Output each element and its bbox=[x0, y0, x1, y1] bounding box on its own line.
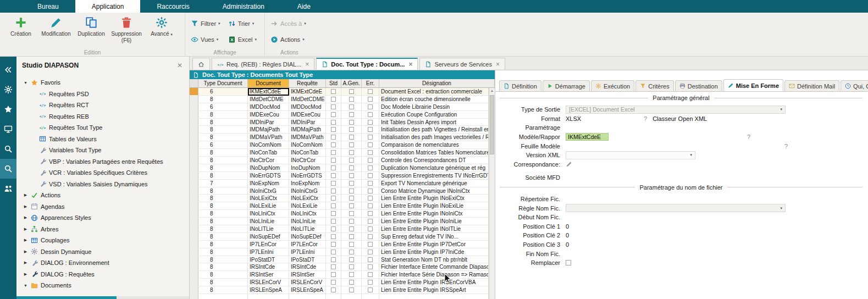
activity-collapse[interactable] bbox=[0, 60, 16, 80]
agen-checkbox[interactable] bbox=[349, 219, 354, 224]
tab-destination[interactable]: Destination bbox=[675, 80, 722, 91]
table-row[interactable]: 6IMDDocModIMDDocModDoc Modele Librairie … bbox=[190, 103, 489, 111]
tree-item-requetes-psd[interactable]: </>Requêtes PSD bbox=[16, 88, 189, 100]
tree-item-favoris[interactable]: ▼Favoris bbox=[16, 77, 189, 88]
table-row[interactable]: 8IMDIniParIMDIniParInit Tables Dessin Ap… bbox=[190, 119, 489, 126]
row-selector[interactable] bbox=[190, 164, 198, 172]
tree-item-vcr-variables-specifiques-criteres[interactable]: VCR : Variables Spécifiques Critères bbox=[16, 167, 189, 179]
agen-checkbox[interactable] bbox=[349, 257, 354, 262]
row-selector[interactable] bbox=[190, 210, 198, 218]
tree-item-agendas[interactable]: ▶Agendas bbox=[16, 201, 189, 213]
tab-criteres[interactable]: Critères bbox=[635, 80, 674, 91]
tab-execution[interactable]: Exécution bbox=[591, 80, 634, 91]
std-checkbox[interactable] bbox=[331, 97, 336, 102]
column-header-std[interactable]: Std bbox=[326, 79, 341, 87]
cell-document[interactable]: INoLExiLie bbox=[248, 202, 289, 210]
agen-checkbox[interactable] bbox=[349, 272, 354, 277]
err-checkbox[interactable] bbox=[368, 211, 373, 216]
activity-users[interactable] bbox=[0, 179, 16, 198]
err-checkbox[interactable] bbox=[368, 150, 373, 155]
cell-document[interactable]: INoIniCtxG bbox=[248, 187, 289, 195]
err-checkbox[interactable] bbox=[368, 165, 373, 170]
table-row[interactable]: 8INoLITLieINoLITLieLien Entre Entite Plu… bbox=[190, 225, 489, 233]
err-checkbox[interactable] bbox=[368, 203, 373, 208]
agen-checkbox[interactable] bbox=[349, 97, 354, 102]
table-row[interactable]: 8IMDMajPathIMDMajPathInitialisation des … bbox=[190, 126, 489, 134]
tab-req-reb[interactable]: </>Req. (REB) : Règles DIAL...× bbox=[212, 58, 314, 70]
agen-checkbox[interactable] bbox=[349, 250, 354, 254]
chevron-right-icon[interactable]: ▶ bbox=[23, 238, 28, 242]
table-row[interactable]: 8IMDExeCouIMDExeCouExécution Coupe Confi… bbox=[190, 111, 489, 119]
row-selector[interactable] bbox=[190, 256, 198, 264]
toolbar-modification-button[interactable]: Modification bbox=[38, 14, 74, 43]
tree-item-dialog-requetes[interactable]: ▶DIALOG : Requêtes bbox=[16, 269, 189, 280]
row-selector[interactable] bbox=[190, 172, 198, 180]
chevron-down-icon[interactable]: ▼ bbox=[23, 284, 28, 287]
row-selector[interactable] bbox=[190, 294, 198, 299]
cell-document[interactable]: IRSLEnSpeA bbox=[248, 286, 289, 294]
table-row[interactable]: 7INoExpNomInoExpNomExport TV Nomenclatur… bbox=[190, 180, 489, 187]
row-selector[interactable] bbox=[190, 225, 198, 233]
err-checkbox[interactable] bbox=[368, 127, 373, 132]
std-checkbox[interactable] bbox=[331, 203, 336, 208]
chevron-right-icon[interactable]: ▶ bbox=[23, 215, 28, 220]
table-row[interactable]: 8IRSLEnSpeAIRSLEnSpeALien Entre Entite P… bbox=[190, 286, 489, 294]
chevron-right-icon[interactable]: ▶ bbox=[23, 204, 28, 209]
help-icon[interactable]: ? bbox=[644, 115, 647, 122]
menu-actions-dropdown[interactable]: Actions▾ bbox=[268, 35, 308, 45]
err-checkbox[interactable] bbox=[368, 264, 373, 269]
err-checkbox[interactable] bbox=[368, 97, 373, 102]
menu-bureau[interactable]: Bureau bbox=[21, 0, 75, 13]
menu-filtrer-dropdown[interactable]: Filtrer▾ bbox=[189, 19, 223, 29]
menu-trier-dropdown[interactable]: Trier▾ bbox=[226, 19, 259, 29]
tab-home[interactable] bbox=[192, 58, 210, 70]
cell-document[interactable]: IPoStatDT bbox=[248, 256, 289, 264]
err-checkbox[interactable] bbox=[368, 120, 373, 125]
menu-aide[interactable]: Aide bbox=[281, 0, 327, 13]
sidebar-close-icon[interactable]: ✕ bbox=[177, 62, 183, 69]
column-header-requete[interactable]: Requête bbox=[289, 79, 326, 87]
column-header-designation[interactable]: Désignation bbox=[379, 79, 495, 87]
table-row[interactable]: 8INoLIniLieINoLIniLieLien Entre Entite P… bbox=[190, 218, 489, 225]
std-checkbox[interactable] bbox=[331, 112, 336, 117]
row-selector[interactable] bbox=[190, 103, 198, 111]
cell-document[interactable]: IRSLEnCorV bbox=[248, 279, 289, 286]
tree-item-couplages[interactable]: ▶Couplages bbox=[16, 235, 189, 246]
cell-document[interactable]: IMdDetCDME bbox=[248, 96, 289, 103]
scroll-thumb[interactable] bbox=[490, 95, 494, 154]
activity-explorer[interactable] bbox=[0, 159, 16, 179]
agen-checkbox[interactable] bbox=[349, 196, 354, 201]
agen-checkbox[interactable] bbox=[349, 127, 354, 132]
table-row[interactable]: 8IMdDetCDMEIMdDetCDMEEdition écran couch… bbox=[190, 96, 489, 103]
err-checkbox[interactable] bbox=[368, 135, 373, 140]
scroll-up-icon[interactable]: ▲ bbox=[489, 88, 495, 94]
agen-checkbox[interactable] bbox=[349, 189, 354, 193]
row-selector[interactable] bbox=[190, 241, 198, 248]
err-checkbox[interactable] bbox=[368, 280, 373, 285]
table-row[interactable]: 6IKMExtCdeEIKMExtCdeEDocument Excel : ex… bbox=[190, 88, 489, 96]
cell-document[interactable]: INoErrGDTS bbox=[248, 172, 289, 180]
column-header-type-document[interactable]: Type Document bbox=[198, 79, 248, 87]
toolbar-duplication-button[interactable]: Duplication bbox=[74, 14, 109, 43]
row-selector[interactable] bbox=[190, 263, 198, 271]
cell-document[interactable]: IMDExeCou bbox=[248, 111, 289, 119]
cell-document[interactable]: INoConTab bbox=[248, 149, 289, 157]
row-selector[interactable] bbox=[190, 157, 198, 164]
cell-document[interactable]: INoSupEDef bbox=[248, 233, 289, 241]
std-checkbox[interactable] bbox=[331, 104, 336, 109]
menu-raccourcis[interactable]: Raccourcis bbox=[140, 0, 206, 13]
help-icon[interactable]: ? bbox=[784, 143, 788, 150]
cell-document[interactable]: IMDMajPath bbox=[248, 126, 289, 134]
std-checkbox[interactable] bbox=[331, 158, 336, 163]
err-checkbox[interactable] bbox=[368, 196, 373, 201]
row-selector[interactable] bbox=[190, 271, 198, 279]
std-checkbox[interactable] bbox=[331, 189, 336, 193]
cell-document[interactable]: INoLExiCtx bbox=[248, 195, 289, 202]
field-modele-rappor[interactable]: IKMExtCdeE bbox=[566, 133, 609, 141]
table-row[interactable]: 8IP7LEnCorIP7LEnCorLien Entre Entite Plu… bbox=[190, 241, 489, 248]
tree-item-dialog-environnement[interactable]: ▶DIALOG : Environnement bbox=[16, 257, 189, 269]
std-checkbox[interactable] bbox=[331, 257, 336, 262]
cell-document[interactable]: IP7LEnCor bbox=[248, 241, 289, 248]
cell-document[interactable]: INoComNom bbox=[248, 141, 289, 149]
cell-document[interactable]: INoExpNom bbox=[248, 180, 289, 187]
